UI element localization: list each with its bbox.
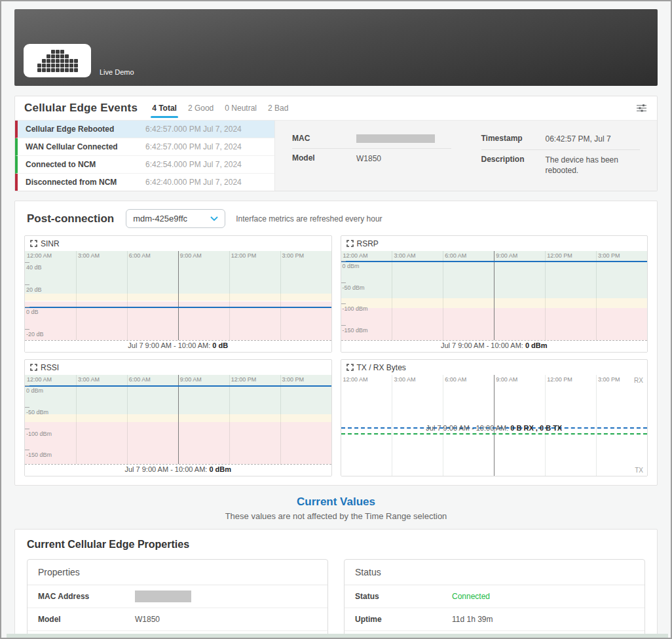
y-axis-tick-mark [25,450,29,450]
event-name: Cellular Edge Rebooted [18,125,145,134]
detail-column-right: Timestamp 06:42:57 PM, Jul 7 Description… [481,129,641,185]
x-axis-tick: 12:00 AM [341,376,368,383]
status-card-title: Status [345,560,644,585]
interface-dropdown-value: mdm-425e9ffc [133,214,187,223]
y-axis-tick-mark [341,325,346,326]
event-row-cellular-edge-rebooted[interactable]: Cellular Edge Rebooted 6:42:57.000 PM Ju… [15,121,274,138]
model-label: Model [292,153,356,164]
event-detail-panel: MAC Model W1850 Timestamp 06:42:57 PM, J… [275,121,657,191]
event-row-wan-cellular-connected[interactable]: WAN Cellular Connected 6:42:57.000 PM Ju… [15,138,274,156]
x-axis-tick: 12:00 AM [25,252,52,259]
detail-row-model: Model W1850 [292,148,451,169]
sliders-icon [637,104,646,112]
y-axis-tick-label: 20 dB [26,286,42,293]
post-connection-card: Post-connection mdm-425e9ffc Interface m… [14,201,658,486]
events-header: Cellular Edge Events 4 Total 2 Good 0 Ne… [15,96,657,121]
event-name: WAN Cellular Connected [18,142,145,151]
y-axis-tick-mark [25,284,29,285]
caption-prefix: Jul 7 9:00 AM - 10:00 AM: [426,424,510,432]
event-row-connected-to-ncm[interactable]: Connected to NCM 6:42:54.000 PM Jul 7, 2… [15,156,274,174]
chart-selection-caption: Jul 7 9:00 AM - 10:00 AM: 0 dB [25,341,331,352]
expand-button[interactable] [346,364,354,371]
x-gridline [76,251,77,340]
tab-neutral[interactable]: 0 Neutral [225,96,257,120]
chart-selection-caption: Jul 7 9:00 AM - 10:00 AM: 0 B RX , 0 B T… [341,424,648,432]
chart-plot-tx-rx-bytes[interactable]: 12:00 AM3:00 AM6:00 AM9:00 AM12:00 PM3:0… [341,375,648,476]
expand-button[interactable] [30,364,37,371]
expand-icon [346,364,354,371]
description-label: Description [481,155,546,176]
event-time: 6:42:54.000 PM Jul 7, 2024 [145,160,242,169]
event-name: Connected to NCM [18,160,145,169]
tab-total[interactable]: 4 Total [152,96,177,120]
x-axis-tick: 12:00 PM [229,376,257,383]
x-axis-tick: 12:00 PM [545,252,572,259]
detail-column-left: MAC Model W1850 [292,129,451,185]
status-value: Connected [452,592,490,601]
y-axis-tick-mark [25,329,29,330]
expand-button[interactable] [346,240,354,247]
caption-prefix: Jul 7 9:00 AM - 10:00 AM: [441,341,525,349]
x-gridline [229,251,230,340]
interface-dropdown[interactable]: mdm-425e9ffc [126,209,225,228]
y-axis-tick-label: -20 dB [26,331,44,338]
x-gridline [280,375,281,464]
y-axis-tick-mark [25,429,29,429]
event-time: 6:42:57.000 PM Jul 7, 2024 [145,142,242,151]
top-banner: Live Demo [14,9,658,86]
x-axis-tick: 3:00 AM [76,376,100,383]
current-values-section: Current Values These values are not affe… [1,495,671,521]
x-gridline [392,251,392,340]
series-line-rsrp [341,261,648,262]
detail-row-description: Description The device has been rebooted… [481,149,641,181]
chart-titlebar-rsrp: RSRP [341,236,648,251]
x-axis-tick: 3:00 AM [392,376,415,383]
chart-title-sinr: SINR [41,239,60,248]
filter-settings-button[interactable] [635,103,648,113]
prop-row-model: Model W1850 [28,608,327,631]
series-line-rssi [25,385,331,387]
event-time: 6:42:57.000 PM Jul 7, 2024 [145,125,242,134]
y-axis-tick-mark [25,407,29,408]
caption-value: 0 dBm [209,465,231,473]
x-axis-tick: 6:00 AM [443,252,466,259]
chart-card-rsrp: RSRP12:00 AM3:00 AM6:00 AM9:00 AM12:00 P… [341,235,648,353]
detail-row-mac: MAC [292,129,451,148]
y-axis-tick-mark [341,303,346,304]
status-label: Status [355,592,452,601]
refresh-note: Interface metrics are refreshed every ho… [236,214,382,223]
current-values-subtitle: These values are not affected by the Tim… [1,511,671,521]
y-axis-tick-mark [341,282,346,283]
x-axis-tick: 6:00 AM [127,376,151,383]
hover-time-line [178,251,179,340]
prop-row-uptime: Uptime 11d 1h 39m [345,608,644,631]
x-gridline [76,375,77,464]
expand-button[interactable] [30,240,37,247]
detail-row-timestamp: Timestamp 06:42:57 PM, Jul 7 [481,129,641,149]
event-row-disconnected-from-ncm[interactable]: Disconnected from NCM 6:42:40.000 PM Jul… [15,174,274,191]
x-axis-tick: 3:00 AM [76,252,100,259]
chevron-down-icon [210,216,218,222]
model-label: Model [38,615,135,624]
caption-value: 0 B RX , 0 B TX [510,424,562,432]
current-properties-title: Current Cellular Edge Properties [27,539,645,551]
tab-bad[interactable]: 2 Bad [268,96,288,120]
chart-plot-rssi[interactable]: 12:00 AM3:00 AM6:00 AM9:00 AM12:00 PM3:0… [25,375,331,465]
x-gridline [596,251,597,340]
x-axis-tick: 3:00 PM [280,376,305,383]
caption-prefix: Jul 7 9:00 AM - 10:00 AM: [128,341,212,349]
axis-label-rx: RX [634,377,643,384]
description-value: The device has been rebooted. [546,155,631,176]
redacted-mac-address-value [135,591,191,602]
chart-card-sinr: SINR12:00 AM3:00 AM6:00 AM9:00 AM12:00 P… [24,235,332,353]
chart-plot-rsrp[interactable]: 12:00 AM3:00 AM6:00 AM9:00 AM12:00 PM3:0… [341,251,648,341]
chart-plot-sinr[interactable]: 12:00 AM3:00 AM6:00 AM9:00 AM12:00 PM3:0… [25,251,331,341]
x-axis-tick: 3:00 AM [392,252,415,259]
y-axis-tick-label: -150 dBm [26,452,52,458]
prop-row-mac-address: MAC Address [28,585,327,608]
model-value: W1850 [356,153,381,164]
tab-good[interactable]: 2 Good [188,96,214,120]
y-axis-tick-label: -100 dBm [343,305,368,312]
x-gridline [280,251,281,340]
post-connection-header: Post-connection mdm-425e9ffc Interface m… [24,201,648,235]
